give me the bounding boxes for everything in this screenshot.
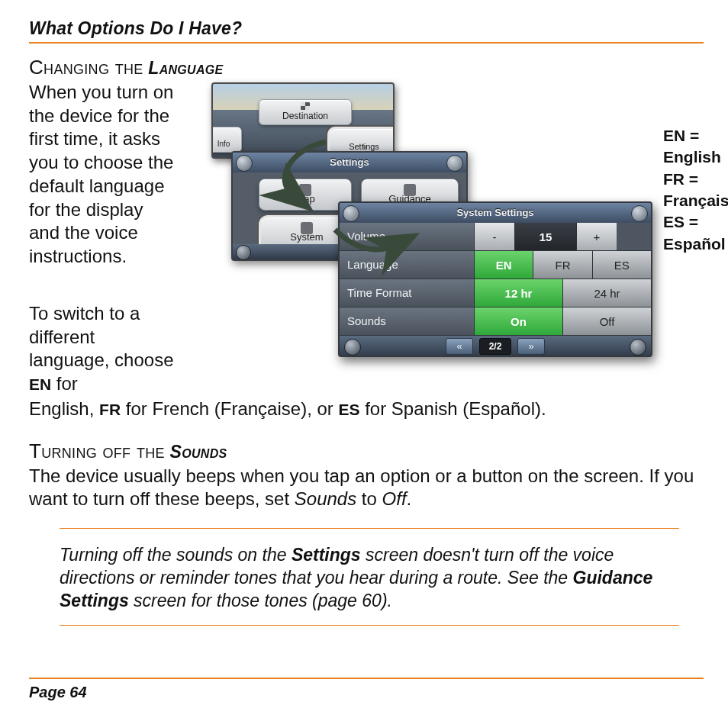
pager-page: 2/2 xyxy=(479,338,511,355)
settings-titlebar: Settings xyxy=(233,153,466,172)
system-settings-pager: « 2/2 » xyxy=(340,336,651,357)
pager-next-button[interactable]: » xyxy=(517,338,545,355)
help-icon[interactable] xyxy=(631,205,648,222)
row-timeformat: Time Format 12 hr 24 hr xyxy=(340,279,651,307)
language-en-button[interactable]: EN xyxy=(475,251,533,279)
menu-icon[interactable] xyxy=(630,339,646,356)
row-volume-label: Volume xyxy=(340,223,475,250)
para-switch-lang-lead: To switch to a different language, choos… xyxy=(29,302,178,396)
row-language-label: Language xyxy=(340,251,475,279)
para-switch-lang: English, FR for French (Française), or E… xyxy=(29,398,704,421)
screenshot-home: Destination Info Settings xyxy=(211,82,395,159)
row-volume: Volume - 15 + xyxy=(340,223,651,251)
back-icon[interactable] xyxy=(236,155,253,172)
subhead-sounds: Turning off the Sounds xyxy=(29,439,704,463)
divider-top xyxy=(29,42,704,43)
volume-plus-button[interactable]: + xyxy=(577,223,617,250)
para-sounds: The device usually beeps when you tap an… xyxy=(29,465,704,511)
help-icon[interactable] xyxy=(446,155,463,172)
row-sounds-label: Sounds xyxy=(340,307,475,335)
nav-icon[interactable] xyxy=(236,245,251,260)
home-destination-button[interactable]: Destination xyxy=(259,99,352,125)
timeformat-24hr-button[interactable]: 24 hr xyxy=(563,279,651,307)
home-info-button[interactable]: Info xyxy=(211,127,242,153)
sounds-on-button[interactable]: On xyxy=(475,307,563,335)
row-sounds: Sounds On Off xyxy=(340,307,651,336)
timeformat-12hr-button[interactable]: 12 hr xyxy=(475,279,563,307)
screenshot-group: Destination Info Settings Settings Map G… xyxy=(190,81,704,363)
back-icon[interactable] xyxy=(343,205,359,222)
language-legend: EN = English FR = Française ES = Español xyxy=(663,125,728,255)
language-es-button[interactable]: ES xyxy=(593,251,651,279)
language-fr-button[interactable]: FR xyxy=(533,251,592,279)
note-rule-bottom xyxy=(60,625,679,626)
legend-es: ES = Español xyxy=(663,211,728,255)
volume-value: 15 xyxy=(515,223,577,250)
para-language-intro: When you turn on the device for the firs… xyxy=(29,81,178,269)
subhead-language: Changing the Language xyxy=(29,56,704,79)
system-settings-titlebar: System Settings xyxy=(340,203,651,223)
pager-prev-button[interactable]: « xyxy=(446,338,473,355)
row-timeformat-label: Time Format xyxy=(340,279,475,307)
section-header: What Options Do I Have? xyxy=(29,18,704,39)
sounds-off-button[interactable]: Off xyxy=(563,307,651,335)
legend-en: EN = English xyxy=(663,125,728,169)
nav-icon[interactable] xyxy=(344,339,361,356)
system-settings-title: System Settings xyxy=(456,207,533,218)
row-language: Language EN FR ES xyxy=(340,251,651,279)
page-number: Page 64 xyxy=(29,684,704,701)
volume-minus-button[interactable]: - xyxy=(475,223,515,250)
note-sounds: Turning off the sounds on the Settings s… xyxy=(60,544,685,613)
settings-title: Settings xyxy=(330,156,369,168)
divider-bottom xyxy=(29,678,704,679)
note-rule-top xyxy=(60,528,679,529)
screenshot-system-settings: System Settings Volume - 15 + Language E… xyxy=(338,201,652,357)
legend-fr: FR = Française xyxy=(663,169,728,212)
